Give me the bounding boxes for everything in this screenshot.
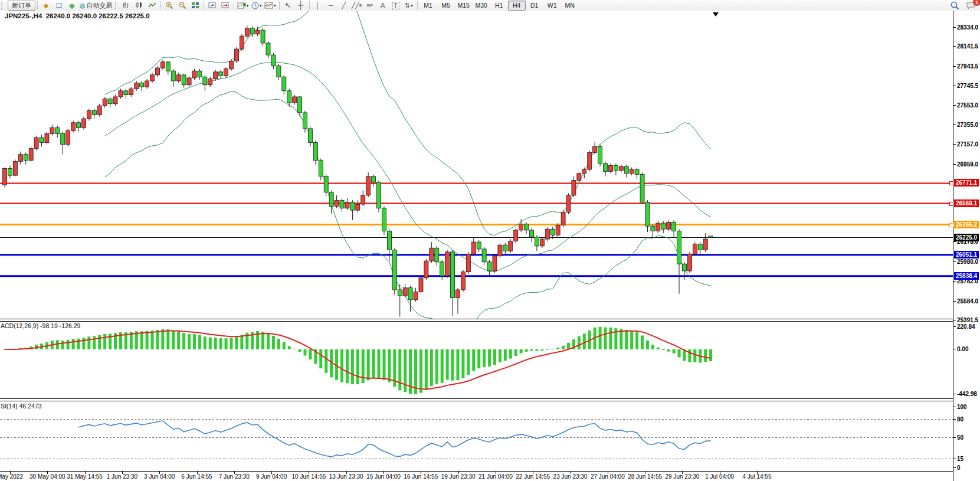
- market-watch-icon[interactable]: ◆: [40, 1, 53, 10]
- macd-panel-canvas[interactable]: [0, 322, 953, 398]
- text-icon[interactable]: A: [376, 1, 389, 10]
- macd-histogram-bar: [609, 328, 612, 349]
- bear-candle: [535, 237, 539, 246]
- bear-candle: [635, 169, 639, 174]
- candlestick-chart-icon[interactable]: [133, 1, 146, 10]
- text-label-icon[interactable]: T: [389, 1, 402, 10]
- bull-candle: [493, 256, 497, 271]
- templates-icon[interactable]: ▾: [263, 1, 277, 10]
- rsi-panel-canvas[interactable]: [0, 401, 953, 471]
- equidistant-channel-icon[interactable]: ╱╱E: [350, 1, 363, 10]
- timeframe-button-m5[interactable]: M5: [437, 1, 455, 11]
- bear-candle: [324, 176, 328, 192]
- macd-histogram-bar: [325, 349, 327, 373]
- macd-histogram-bar: [493, 349, 496, 365]
- time-axis-label: 16 Jun 14:55: [404, 473, 438, 480]
- macd-histogram-bar: [367, 349, 370, 380]
- macd-histogram-bar: [441, 349, 444, 383]
- arrows-icon[interactable]: ⇅▾: [402, 1, 415, 10]
- charts-window-icon[interactable]: ❏: [53, 1, 65, 10]
- timeframe-button-m30[interactable]: M30: [473, 1, 490, 11]
- timeframe-button-d1[interactable]: D1: [526, 1, 543, 11]
- bull-candle: [119, 91, 123, 97]
- bull-candle: [66, 130, 70, 145]
- bear-candle: [503, 245, 507, 251]
- fibonacci-icon[interactable]: ≡F: [363, 1, 376, 10]
- macd-histogram-bar: [98, 335, 101, 349]
- toolbar-separator: [204, 1, 204, 9]
- macd-histogram-bar: [219, 338, 222, 349]
- bear-candle: [709, 236, 713, 238]
- price-level-label: 26051.1: [954, 251, 979, 259]
- chart-header: JPN225-,H4 26240.0 26240.0 26222.5 26225…: [5, 12, 150, 19]
- level-line-anchor: [949, 181, 953, 185]
- chart-shift-icon[interactable]: [219, 1, 232, 10]
- bear-candle: [282, 77, 286, 91]
- bear-candle: [250, 28, 254, 34]
- cursor-icon[interactable]: ↖: [281, 1, 294, 10]
- macd-histogram-bar: [535, 349, 538, 351]
- vertical-line-icon[interactable]: │: [312, 1, 325, 10]
- timeframe-button-m1[interactable]: M1: [419, 1, 437, 11]
- trendline-icon[interactable]: ╱: [337, 1, 350, 10]
- zoom-in-icon[interactable]: [163, 1, 176, 10]
- signals-icon[interactable]: ◉: [65, 1, 78, 10]
- toolbar-separator: [417, 1, 418, 9]
- toolbar-separator: [37, 1, 38, 9]
- bar-chart-icon[interactable]: [120, 1, 133, 10]
- timeframe-button-w1[interactable]: W1: [543, 1, 561, 11]
- price-level-label: 25838.4: [954, 272, 979, 280]
- crosshair-icon[interactable]: ┼: [294, 1, 307, 10]
- bear-candle: [392, 250, 396, 290]
- bull-candle: [466, 254, 470, 271]
- timeframe-button-mn[interactable]: MN: [561, 1, 579, 11]
- bull-candle: [471, 242, 476, 254]
- bear-candle: [182, 75, 186, 85]
- time-axis-label: 13 Jun 23:30: [329, 473, 363, 480]
- tile-windows-icon[interactable]: [189, 1, 202, 10]
- bull-candle: [50, 127, 54, 133]
- chat-icon[interactable]: 1: [965, 1, 978, 10]
- timeframe-button-h1[interactable]: H1: [490, 1, 508, 11]
- macd-histogram-bar: [657, 348, 660, 349]
- horizontal-line-icon[interactable]: ─: [325, 1, 337, 10]
- new-order-button[interactable]: 新订单: [8, 1, 35, 11]
- main-chart-canvas[interactable]: [0, 11, 953, 319]
- bear-candle: [382, 208, 386, 231]
- time-axis-label: 31 May 14:55: [67, 473, 103, 480]
- bull-candle: [18, 155, 22, 162]
- price-axis[interactable]: 28334.028141.527943.527745.527553.027355…: [953, 11, 980, 481]
- bull-candle: [3, 168, 7, 185]
- macd-histogram-bar: [693, 349, 696, 362]
- auto-trading-button[interactable]: ◍ 自动交易: [78, 1, 114, 10]
- bull-candle: [45, 133, 49, 142]
- arrange-charts-icon[interactable]: [206, 1, 219, 10]
- bollinger-lower-band: [105, 91, 711, 319]
- search-icon[interactable]: [948, 1, 961, 10]
- macd-histogram-bar: [304, 349, 307, 356]
- line-chart-icon[interactable]: [146, 1, 159, 10]
- macd-histogram-bar: [67, 340, 70, 349]
- bear-candle: [313, 143, 317, 161]
- bear-candle: [408, 288, 412, 300]
- zoom-out-icon[interactable]: [176, 1, 189, 10]
- macd-histogram-bar: [77, 339, 80, 349]
- add-indicator-icon[interactable]: ▾: [236, 1, 250, 10]
- timeframe-button-m15[interactable]: M15: [455, 1, 473, 11]
- macd-histogram-bar: [688, 349, 691, 362]
- macd-histogram-bar: [198, 335, 201, 349]
- chart-shift-marker-icon[interactable]: [713, 12, 719, 17]
- time-axis-label: 1 Jul 04:00: [705, 473, 734, 480]
- macd-histogram-bar: [488, 349, 491, 367]
- bear-candle: [350, 202, 355, 210]
- timeframe-button-h4[interactable]: H4: [508, 1, 526, 11]
- bull-candle: [703, 239, 707, 250]
- macd-indicator-label: ACD(12,26,9) -98.19 -126.29: [1, 322, 80, 329]
- bear-candle: [525, 224, 529, 230]
- timeframe-clock-icon[interactable]: ▾: [250, 1, 263, 10]
- time-axis[interactable]: May 202230 May 04:0031 May 14:551 Jun 23…: [0, 471, 953, 481]
- macd-histogram-bar: [388, 349, 391, 382]
- bear-candle: [266, 43, 270, 55]
- macd-histogram-bar: [583, 333, 586, 349]
- macd-histogram-bar: [293, 349, 296, 349]
